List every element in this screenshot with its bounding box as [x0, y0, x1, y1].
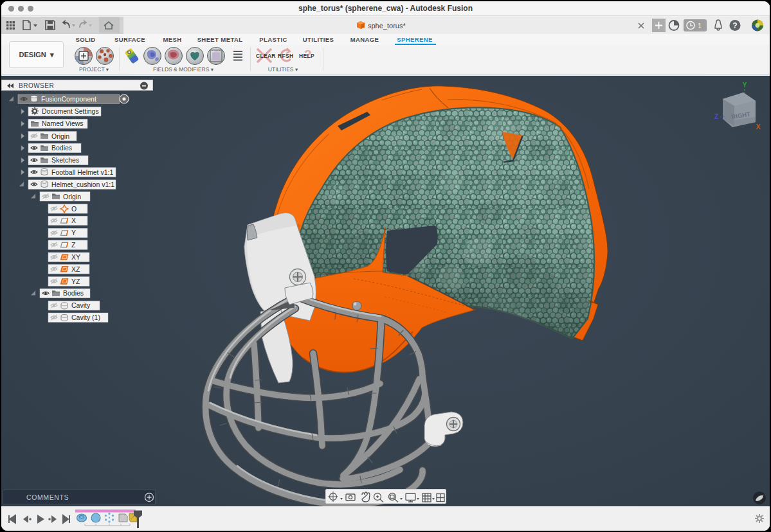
svg-text:Bodies: Bodies — [63, 289, 84, 297]
svg-text:RFSH: RFSH — [278, 53, 293, 59]
svg-text:Origin: Origin — [51, 132, 69, 140]
svg-text:XY: XY — [71, 253, 80, 261]
svg-text:HELP: HELP — [299, 53, 314, 59]
svg-text:Document Settings: Document Settings — [42, 107, 99, 115]
svg-text:Named Views: Named Views — [42, 120, 84, 127]
svg-text:Bodies: Bodies — [51, 144, 72, 152]
svg-text:Cavity: Cavity — [71, 301, 91, 309]
svg-text:Helmet_cushion v1:1: Helmet_cushion v1:1 — [51, 181, 114, 188]
svg-text:CLEAR: CLEAR — [256, 53, 276, 59]
svg-text:Z: Z — [714, 113, 718, 120]
svg-text:X: X — [71, 217, 76, 224]
svg-text:Football Helmet v1:1: Football Helmet v1:1 — [51, 168, 113, 176]
svg-text:FusionComponent: FusionComponent — [41, 95, 96, 103]
svg-text:Origin: Origin — [63, 193, 81, 200]
svg-text:X: X — [756, 123, 761, 130]
svg-text:Z: Z — [71, 241, 76, 249]
svg-text:Sketches: Sketches — [51, 156, 79, 164]
svg-text:O: O — [71, 205, 77, 213]
svg-text:sphe_torus*: sphe_torus* — [368, 22, 406, 30]
svg-text:Cavity (1): Cavity (1) — [71, 314, 100, 321]
svg-text:?: ? — [732, 21, 737, 30]
svg-text:1: 1 — [698, 22, 702, 30]
svg-text:YZ: YZ — [71, 278, 80, 285]
svg-text:Y: Y — [71, 229, 76, 236]
svg-text:XZ: XZ — [71, 265, 80, 273]
svg-text:COMMENTS: COMMENTS — [26, 493, 69, 501]
svg-text:Y: Y — [743, 82, 747, 89]
